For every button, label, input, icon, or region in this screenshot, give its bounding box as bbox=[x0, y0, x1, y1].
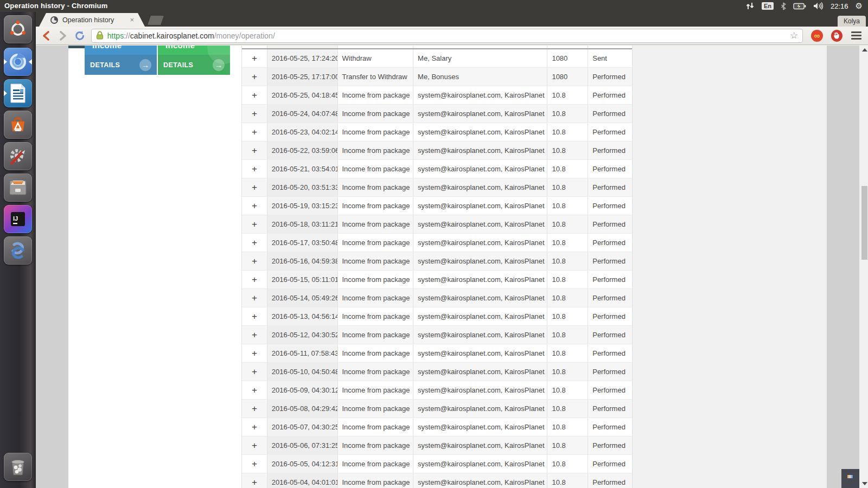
row-date: 2016-05-08, 04:29:42 bbox=[267, 400, 338, 418]
row-amount: 10.8 bbox=[547, 436, 588, 454]
row-amount: 10.8 bbox=[547, 142, 588, 159]
income-card-blue[interactable]: Income DETAILS → bbox=[85, 46, 157, 75]
expand-row-button[interactable]: + bbox=[242, 436, 267, 454]
new-tab-button[interactable] bbox=[148, 16, 164, 25]
session-gear-icon[interactable]: ⚙ bbox=[856, 1, 863, 11]
row-counterparty: system@kairosplanet.com, KairosPlanet bbox=[413, 436, 547, 454]
url-scheme: https bbox=[107, 31, 124, 40]
row-counterparty: system@kairosplanet.com, KairosPlanet bbox=[413, 86, 547, 104]
tab-close-icon[interactable]: × bbox=[130, 16, 134, 24]
scroll-to-top-button[interactable] bbox=[841, 469, 859, 488]
expand-row-button[interactable]: + bbox=[242, 455, 267, 473]
arrow-circle-icon[interactable]: → bbox=[139, 59, 151, 71]
expand-row-button[interactable]: + bbox=[242, 344, 267, 362]
page-content: Income DETAILS → Income DETAILS → + 2016… bbox=[36, 46, 868, 488]
scrollbar-up-arrow[interactable] bbox=[861, 47, 868, 53]
menu-icon[interactable] bbox=[851, 31, 861, 40]
scroll-top-icon bbox=[847, 475, 853, 478]
launcher-item-playonlinux[interactable] bbox=[4, 236, 32, 265]
launcher-item-libreoffice-writer[interactable] bbox=[4, 79, 32, 107]
battery-icon[interactable] bbox=[793, 3, 806, 10]
row-date: 2016-05-21, 03:54:01 bbox=[267, 160, 338, 178]
expand-row-button[interactable]: + bbox=[242, 86, 267, 104]
reload-button[interactable] bbox=[73, 29, 87, 43]
expand-row-button[interactable]: + bbox=[242, 418, 267, 436]
adblock-extension-icon[interactable] bbox=[831, 30, 843, 42]
row-counterparty: system@kairosplanet.com, KairosPlanet bbox=[413, 381, 547, 399]
expand-row-button[interactable]: + bbox=[242, 160, 267, 178]
address-bar[interactable]: https://cabinet.kairosplanet.com/money/o… bbox=[91, 29, 803, 43]
row-date: 2016-05-25, 17:24:20 bbox=[267, 49, 338, 67]
row-operation-type: Income from package bbox=[338, 307, 414, 325]
expand-row-button[interactable]: + bbox=[242, 307, 267, 325]
row-counterparty: system@kairosplanet.com, KairosPlanet bbox=[413, 326, 547, 344]
window-title: Operation history - Chromium bbox=[4, 2, 108, 10]
table-row: + 2016-05-14, 05:49:26 Income from packa… bbox=[242, 289, 632, 307]
row-status: Performed bbox=[588, 326, 632, 344]
expand-row-button[interactable]: + bbox=[242, 289, 267, 307]
expand-row-button[interactable]: + bbox=[242, 123, 267, 141]
bookmark-star-icon[interactable]: ☆ bbox=[790, 31, 798, 40]
launcher-item-intellij-idea[interactable]: IJ bbox=[4, 205, 32, 233]
row-amount: 10.8 bbox=[547, 289, 588, 307]
expand-row-button[interactable]: + bbox=[242, 271, 267, 288]
expand-row-button[interactable]: + bbox=[242, 142, 267, 159]
bluetooth-icon[interactable] bbox=[781, 2, 786, 10]
row-counterparty: system@kairosplanet.com, KairosPlanet bbox=[413, 271, 547, 288]
forward-button[interactable] bbox=[56, 29, 69, 43]
card-details-bar[interactable]: DETAILS → bbox=[85, 55, 157, 75]
expand-row-button[interactable]: + bbox=[242, 234, 267, 252]
expand-row-button[interactable]: + bbox=[242, 381, 267, 399]
back-button[interactable] bbox=[39, 29, 53, 43]
row-counterparty: Me, Salary bbox=[413, 49, 547, 67]
details-link[interactable]: DETAILS bbox=[163, 61, 193, 69]
launcher-item-chromium[interactable] bbox=[4, 48, 32, 76]
row-operation-type: Income from package bbox=[338, 344, 414, 362]
card-details-bar[interactable]: DETAILS → bbox=[158, 55, 230, 75]
launcher-item-trash[interactable] bbox=[4, 453, 32, 481]
row-counterparty: system@kairosplanet.com, KairosPlanet bbox=[413, 289, 547, 307]
scrollbar-down-arrow[interactable] bbox=[861, 480, 868, 487]
card-label: Income bbox=[92, 46, 122, 50]
keyboard-layout-indicator[interactable]: En bbox=[762, 2, 774, 10]
volume-icon[interactable] bbox=[813, 2, 824, 10]
arrow-circle-icon[interactable]: → bbox=[213, 59, 225, 71]
expand-row-button[interactable]: + bbox=[242, 105, 267, 123]
row-operation-type: Income from package bbox=[338, 363, 414, 381]
launcher-item-ubuntu-dash[interactable] bbox=[4, 15, 32, 43]
expand-row-button[interactable]: + bbox=[242, 178, 267, 196]
row-status: Performed bbox=[588, 363, 632, 381]
padlock-icon[interactable] bbox=[96, 31, 104, 40]
row-amount: 10.8 bbox=[547, 86, 588, 104]
infinity-extension-icon[interactable]: ∞ bbox=[811, 30, 822, 42]
row-status: Performed bbox=[588, 289, 632, 307]
row-date: 2016-05-14, 05:49:26 bbox=[267, 289, 338, 307]
income-card-green[interactable]: Income DETAILS → bbox=[158, 46, 230, 75]
table-row: + 2016-05-04, 04:01:01 Income from packa… bbox=[242, 473, 632, 488]
tab-operation-history[interactable]: Operation history × bbox=[39, 13, 145, 27]
expand-row-button[interactable]: + bbox=[242, 49, 267, 67]
expand-row-button[interactable]: + bbox=[242, 326, 267, 344]
expand-row-button[interactable]: + bbox=[242, 68, 267, 86]
table-row: + 2016-05-09, 04:30:12 Income from packa… bbox=[242, 381, 632, 400]
row-date: 2016-05-19, 03:15:23 bbox=[267, 197, 338, 215]
page-scrollbar-track[interactable] bbox=[861, 46, 868, 488]
clipped-table-row bbox=[242, 46, 632, 48]
row-operation-type: Income from package bbox=[338, 142, 414, 159]
expand-row-button[interactable]: + bbox=[242, 215, 267, 233]
launcher-item-software-center[interactable] bbox=[4, 111, 32, 139]
profile-name-button[interactable]: Kolya bbox=[838, 16, 866, 27]
row-date: 2016-05-04, 04:01:01 bbox=[267, 473, 338, 488]
expand-row-button[interactable]: + bbox=[242, 363, 267, 381]
expand-row-button[interactable]: + bbox=[242, 400, 267, 418]
details-link[interactable]: DETAILS bbox=[90, 61, 120, 69]
network-updown-icon[interactable] bbox=[746, 2, 755, 10]
expand-row-button[interactable]: + bbox=[242, 473, 267, 488]
expand-row-button[interactable]: + bbox=[242, 252, 267, 270]
row-amount: 10.8 bbox=[547, 234, 588, 252]
launcher-item-archive-manager[interactable] bbox=[4, 174, 32, 202]
clock[interactable]: 22:16 bbox=[831, 2, 848, 10]
expand-row-button[interactable]: + bbox=[242, 197, 267, 215]
launcher-item-system-settings[interactable] bbox=[4, 142, 32, 170]
page-scrollbar-thumb[interactable] bbox=[861, 186, 867, 260]
